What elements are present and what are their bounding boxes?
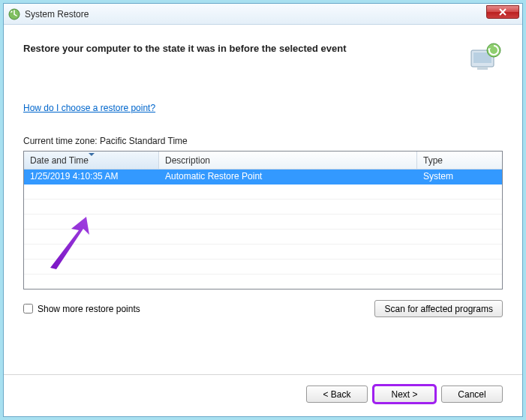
system-restore-icon	[8, 8, 20, 20]
empty-row	[24, 214, 502, 230]
list-header: Date and Time Description Type	[24, 152, 502, 170]
empty-row	[24, 184, 502, 200]
next-button[interactable]: Next >	[374, 386, 435, 403]
svg-rect-3	[477, 67, 488, 70]
empty-row	[24, 274, 502, 289]
scan-affected-button[interactable]: Scan for affected programs	[374, 300, 503, 317]
cell-description: Automatic Restore Point	[159, 170, 417, 184]
close-button[interactable]	[486, 5, 519, 19]
content-area: Restore your computer to the state it wa…	[4, 25, 522, 374]
window-frame: System Restore Restore your computer to …	[3, 3, 523, 417]
titlebar[interactable]: System Restore	[4, 4, 522, 25]
show-more-checkbox[interactable]: Show more restore points	[23, 304, 140, 314]
cell-date: 1/25/2019 4:10:35 AM	[24, 170, 159, 184]
back-button[interactable]: < Back	[306, 386, 368, 403]
table-row[interactable]: 1/25/2019 4:10:35 AM Automatic Restore P…	[24, 170, 502, 184]
empty-row	[24, 200, 502, 214]
wizard-footer: < Back Next > Cancel	[4, 374, 522, 416]
column-type[interactable]: Type	[417, 152, 502, 169]
restore-hero-icon	[467, 40, 503, 76]
cancel-button[interactable]: Cancel	[441, 386, 503, 403]
empty-row	[24, 244, 502, 260]
show-more-label: Show more restore points	[38, 304, 140, 314]
show-more-checkbox-input[interactable]	[23, 304, 33, 314]
timezone-label: Current time zone: Pacific Standard Time	[23, 136, 503, 146]
column-date[interactable]: Date and Time	[24, 152, 159, 169]
cell-type: System	[417, 170, 502, 184]
help-link[interactable]: How do I choose a restore point?	[23, 103, 503, 113]
restore-points-list[interactable]: Date and Time Description Type 1/25/2019…	[23, 151, 503, 290]
empty-row	[24, 260, 502, 274]
column-description[interactable]: Description	[159, 152, 417, 169]
window-title: System Restore	[25, 9, 89, 20]
list-body: 1/25/2019 4:10:35 AM Automatic Restore P…	[24, 170, 502, 289]
page-heading: Restore your computer to the state it wa…	[23, 40, 467, 54]
empty-row	[24, 230, 502, 244]
